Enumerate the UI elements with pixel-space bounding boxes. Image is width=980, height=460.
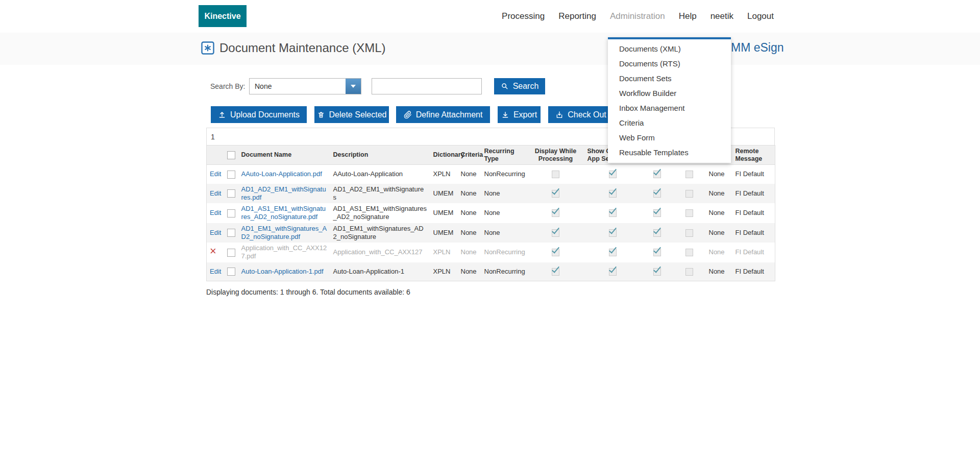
define-attachment-button[interactable]: Define Attachment xyxy=(396,106,490,123)
status-cell: None xyxy=(706,262,732,281)
check-out-button[interactable]: Check Out xyxy=(548,106,614,123)
table-row: EditAAuto-Loan-Application.pdfAAuto-Loan… xyxy=(207,165,775,184)
table-row: EditAuto-Loan-Application-1.pdfAuto-Loan… xyxy=(207,262,775,281)
edit-link[interactable]: Edit xyxy=(210,189,221,197)
search-input[interactable] xyxy=(372,78,482,94)
checked-icon xyxy=(653,209,661,217)
remote-message-cell: FI Default xyxy=(732,262,775,281)
col-header-recurring-type: Recurring Type xyxy=(481,146,527,165)
search-button-label: Search xyxy=(513,82,539,91)
remote-message-cell: FI Default xyxy=(732,243,775,262)
checked-icon xyxy=(609,209,617,217)
row-checkbox[interactable] xyxy=(227,268,235,276)
export-button[interactable]: Export xyxy=(498,106,541,123)
row-checkbox[interactable] xyxy=(227,171,235,179)
col-header-action xyxy=(207,146,224,165)
unchecked-checkbox xyxy=(685,209,693,217)
edit-link[interactable]: Edit xyxy=(210,229,221,236)
criteria-cell: None xyxy=(458,243,481,262)
row-checkbox[interactable] xyxy=(227,249,235,257)
checked-icon xyxy=(609,229,617,237)
col-header-criteria: Criteria xyxy=(458,146,481,165)
status-cell: None xyxy=(706,243,732,262)
page-title: Document Maintenance (XML) xyxy=(219,41,385,55)
checked-icon xyxy=(609,249,617,256)
checked-icon xyxy=(653,190,661,198)
row-checkbox[interactable] xyxy=(227,209,235,217)
remote-message-cell: FI Default xyxy=(732,203,775,223)
dictionary-cell: XPLN xyxy=(430,165,458,184)
document-name-link[interactable]: AD1_AD2_EM1_withSignatures.pdf xyxy=(241,185,326,201)
nav-processing[interactable]: Processing xyxy=(502,11,545,21)
nav-administration[interactable]: Administration xyxy=(610,11,665,21)
remote-message-cell: FI Default xyxy=(732,223,775,243)
menu-item-inbox-management[interactable]: Inbox Management xyxy=(608,101,731,115)
nav-user-neetik[interactable]: neetik xyxy=(710,11,733,21)
recurring-type-cell: NonRecurring xyxy=(481,262,527,281)
checked-icon xyxy=(552,190,559,198)
table-row: EditAD1_EM1_withSignatures_AD2_noSignatu… xyxy=(207,223,775,243)
document-name-link[interactable]: Application_with_CC_AXX127.pdf xyxy=(241,244,327,260)
edit-link[interactable]: Edit xyxy=(210,209,221,216)
checked-icon xyxy=(552,268,559,276)
document-name-link[interactable]: AAuto-Loan-Application.pdf xyxy=(241,170,322,178)
table-body: EditAAuto-Loan-Application.pdfAAuto-Loan… xyxy=(207,165,775,281)
menu-item-documents-rts[interactable]: Documents (RTS) xyxy=(608,56,731,71)
menu-item-documents-xml[interactable]: Documents (XML) xyxy=(608,41,731,56)
recurring-type-cell: None xyxy=(481,223,527,243)
delete-selected-button[interactable]: Delete Selected xyxy=(314,106,389,123)
checked-icon xyxy=(653,171,661,178)
unchecked-checkbox xyxy=(552,171,559,178)
col-header-remote-message: Remote Message xyxy=(732,146,775,165)
page-number[interactable]: 1 xyxy=(211,133,215,141)
menu-item-criteria[interactable]: Criteria xyxy=(608,115,731,130)
define-attachment-label: Define Attachment xyxy=(416,110,483,119)
search-button[interactable]: Search xyxy=(494,78,545,94)
menu-item-document-sets[interactable]: Document Sets xyxy=(608,71,731,86)
upload-documents-button[interactable]: Upload Documents xyxy=(211,106,307,123)
col-header-document-name: Document Name xyxy=(238,146,330,165)
edit-link[interactable]: Edit xyxy=(210,268,221,275)
dictionary-cell: UMEM xyxy=(430,203,458,223)
upload-documents-label: Upload Documents xyxy=(230,110,300,119)
description-cell: AD1_EM1_withSignatures_AD2_noSignature xyxy=(330,223,430,243)
row-checkbox[interactable] xyxy=(227,189,235,198)
remote-message-cell: FI Default xyxy=(732,165,775,184)
edit-link[interactable]: Edit xyxy=(210,170,221,178)
status-cell: None xyxy=(706,165,732,184)
menu-item-reusable-templates[interactable]: Reusable Templates xyxy=(608,145,731,160)
checked-icon xyxy=(552,249,559,256)
nav-help[interactable]: Help xyxy=(679,11,697,21)
menu-item-workflow-builder[interactable]: Workflow Builder xyxy=(608,86,731,101)
kinective-logo[interactable]: Kinective xyxy=(199,5,247,27)
download-icon xyxy=(501,111,509,119)
chevron-down-icon[interactable] xyxy=(346,79,361,94)
document-name-link[interactable]: AD1_AS1_EM1_withSignatures_AD2_noSignatu… xyxy=(241,205,326,221)
row-checkbox[interactable] xyxy=(227,229,235,237)
delete-x-icon: × xyxy=(210,245,216,257)
dictionary-cell: XPLN xyxy=(430,262,458,281)
col-header-select xyxy=(224,146,238,165)
description-cell: AD1_AS1_EM1_withSignatures_AD2_noSignatu… xyxy=(330,203,430,223)
table-row: ×Application_with_CC_AXX127.pdfApplicati… xyxy=(207,243,775,262)
nav-reporting[interactable]: Reporting xyxy=(558,11,596,21)
dictionary-cell: UMEM xyxy=(430,184,458,204)
upload-icon xyxy=(218,111,226,119)
checked-icon xyxy=(653,268,661,276)
esign-brand: MM eSign xyxy=(731,41,784,55)
xml-document-icon xyxy=(201,41,214,55)
criteria-cell: None xyxy=(458,184,481,204)
document-name-link[interactable]: Auto-Loan-Application-1.pdf xyxy=(241,268,324,275)
select-all-checkbox[interactable] xyxy=(227,151,235,159)
unchecked-checkbox xyxy=(685,229,693,237)
description-cell: AD1_AD2_EM1_withSignatures xyxy=(330,184,430,204)
document-name-link[interactable]: AD1_EM1_withSignatures_AD2_noSignature.p… xyxy=(241,225,327,240)
search-by-select[interactable]: None xyxy=(249,78,361,94)
criteria-cell: None xyxy=(458,262,481,281)
menu-item-web-form[interactable]: Web Form xyxy=(608,130,731,145)
unchecked-checkbox xyxy=(685,249,693,256)
table-row: EditAD1_AD2_EM1_withSignatures.pdfAD1_AD… xyxy=(207,184,775,204)
recurring-type-cell: NonRecurring xyxy=(481,243,527,262)
top-nav: Processing Reporting Administration Help… xyxy=(502,0,774,33)
nav-logout[interactable]: Logout xyxy=(747,11,774,21)
